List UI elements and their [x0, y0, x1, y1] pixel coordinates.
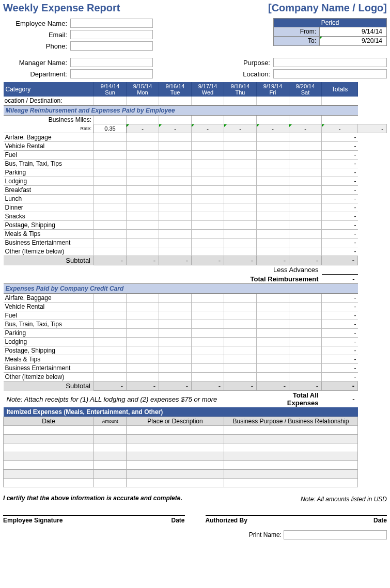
- s2-cell[interactable]: [127, 294, 159, 303]
- s2-cell[interactable]: [159, 373, 192, 382]
- s1-cell[interactable]: [257, 160, 289, 168]
- s1-cell[interactable]: [289, 203, 322, 212]
- s2-cell[interactable]: [192, 303, 224, 311]
- s1-cell[interactable]: [159, 151, 192, 160]
- s2-cell[interactable]: [224, 346, 257, 355]
- s1-cell[interactable]: [127, 247, 159, 256]
- item-amount[interactable]: [94, 461, 127, 470]
- s2-cell[interactable]: [224, 338, 257, 346]
- s1-cell[interactable]: [289, 221, 322, 230]
- loc-cell[interactable]: [224, 97, 257, 105]
- s1-cell[interactable]: [192, 186, 224, 195]
- period-to-value[interactable]: 9/20/14: [320, 37, 387, 46]
- miles-cell[interactable]: [224, 116, 257, 124]
- s2-cell[interactable]: [224, 303, 257, 311]
- item-purpose[interactable]: [224, 443, 358, 452]
- miles-cell[interactable]: [159, 116, 192, 124]
- s1-cell[interactable]: [127, 186, 159, 195]
- s1-cell[interactable]: [127, 230, 159, 239]
- s1-cell[interactable]: [257, 221, 289, 230]
- s2-cell[interactable]: [159, 355, 192, 364]
- department-input[interactable]: [70, 69, 153, 78]
- item-date[interactable]: [4, 479, 94, 487]
- s2-cell[interactable]: [224, 373, 257, 382]
- s2-cell[interactable]: [159, 364, 192, 373]
- s1-cell[interactable]: [224, 212, 257, 221]
- s1-cell[interactable]: [159, 195, 192, 203]
- s1-cell[interactable]: [289, 160, 322, 168]
- s1-cell[interactable]: [224, 186, 257, 195]
- period-from-value[interactable]: 9/14/14: [320, 27, 387, 37]
- s2-cell[interactable]: [94, 320, 127, 329]
- s2-cell[interactable]: [224, 364, 257, 373]
- rate-value[interactable]: 0.35: [94, 124, 127, 133]
- s1-cell[interactable]: [127, 142, 159, 151]
- s2-cell[interactable]: [159, 303, 192, 311]
- s1-cell[interactable]: [257, 212, 289, 221]
- s2-cell[interactable]: [192, 338, 224, 346]
- s1-cell[interactable]: [192, 247, 224, 256]
- s2-cell[interactable]: [257, 303, 289, 311]
- s1-cell[interactable]: [159, 212, 192, 221]
- miles-cell[interactable]: [257, 116, 289, 124]
- s2-cell[interactable]: [127, 320, 159, 329]
- s1-cell[interactable]: [192, 151, 224, 160]
- s2-cell[interactable]: [257, 329, 289, 338]
- s2-cell[interactable]: [289, 329, 322, 338]
- s2-cell[interactable]: [289, 355, 322, 364]
- s2-cell[interactable]: [289, 320, 322, 329]
- s1-cell[interactable]: [127, 151, 159, 160]
- s2-cell[interactable]: [159, 311, 192, 320]
- s1-cell[interactable]: [289, 168, 322, 177]
- s1-cell[interactable]: [289, 177, 322, 186]
- s1-cell[interactable]: [224, 203, 257, 212]
- s2-cell[interactable]: [192, 346, 224, 355]
- s1-cell[interactable]: [289, 133, 322, 142]
- s1-cell[interactable]: [257, 195, 289, 203]
- s1-cell[interactable]: [224, 160, 257, 168]
- s2-cell[interactable]: [289, 294, 322, 303]
- manager-name-input[interactable]: [70, 58, 153, 67]
- s2-cell[interactable]: [224, 355, 257, 364]
- s2-cell[interactable]: [127, 311, 159, 320]
- item-amount[interactable]: [94, 443, 127, 452]
- s2-cell[interactable]: [257, 320, 289, 329]
- s1-cell[interactable]: [94, 212, 127, 221]
- s2-cell[interactable]: [127, 303, 159, 311]
- less-advances-value[interactable]: [322, 265, 358, 275]
- s1-cell[interactable]: [192, 221, 224, 230]
- s1-cell[interactable]: [159, 203, 192, 212]
- s2-cell[interactable]: [94, 346, 127, 355]
- item-purpose[interactable]: [224, 479, 358, 487]
- phone-input[interactable]: [70, 41, 153, 51]
- s1-cell[interactable]: [289, 239, 322, 247]
- item-place[interactable]: [127, 435, 224, 443]
- item-place[interactable]: [127, 461, 224, 470]
- s1-cell[interactable]: [159, 160, 192, 168]
- s1-cell[interactable]: [94, 160, 127, 168]
- s1-cell[interactable]: [257, 230, 289, 239]
- s2-cell[interactable]: [192, 329, 224, 338]
- s1-cell[interactable]: [94, 151, 127, 160]
- s2-cell[interactable]: [257, 338, 289, 346]
- s1-cell[interactable]: [257, 186, 289, 195]
- s1-cell[interactable]: [257, 203, 289, 212]
- s2-cell[interactable]: [127, 364, 159, 373]
- s1-cell[interactable]: [257, 142, 289, 151]
- loc-cell[interactable]: [289, 97, 322, 105]
- item-date[interactable]: [4, 461, 94, 470]
- s2-cell[interactable]: [192, 373, 224, 382]
- s1-cell[interactable]: [257, 133, 289, 142]
- s2-cell[interactable]: [192, 294, 224, 303]
- s1-cell[interactable]: [224, 221, 257, 230]
- item-place[interactable]: [127, 479, 224, 487]
- s2-cell[interactable]: [224, 329, 257, 338]
- loc-cell[interactable]: [192, 97, 224, 105]
- s2-cell[interactable]: [94, 311, 127, 320]
- s2-cell[interactable]: [192, 364, 224, 373]
- miles-cell[interactable]: [94, 116, 127, 124]
- s1-cell[interactable]: [127, 203, 159, 212]
- s2-cell[interactable]: [257, 294, 289, 303]
- item-date[interactable]: [4, 435, 94, 443]
- s2-cell[interactable]: [192, 320, 224, 329]
